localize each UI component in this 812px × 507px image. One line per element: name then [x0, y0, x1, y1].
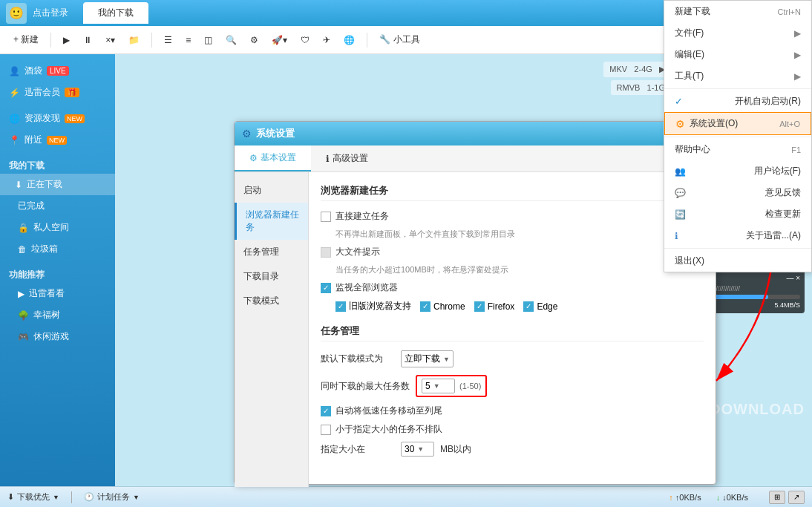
play-button[interactable]: ▶ — [59, 33, 74, 48]
app-window: 🙂 点击登录 我的下载 🔍 狼少年 — □ × + 新建 ▶ ⏸ ×▾ 📁 ☰ … — [0, 0, 812, 507]
browser-button[interactable]: 🌐 — [339, 33, 359, 48]
menu-item-forum[interactable]: 👥 用户论坛(F) — [664, 160, 811, 182]
sidebar-item-trash[interactable]: 🗑 垃圾箱 — [0, 238, 115, 260]
menu-item-update[interactable]: 🔄 检查更新 — [664, 203, 811, 225]
menu-label-feedback: 意见反馈 — [765, 186, 801, 199]
dropdown-arrow-1: ▼ — [443, 356, 450, 363]
schedule-icon: 🕐 — [84, 492, 94, 502]
copy-button[interactable]: ◫ — [200, 33, 217, 48]
menu-shortcut-settings: Alt+O — [779, 120, 800, 128]
checkbox-firefox[interactable]: ✓ — [474, 301, 485, 312]
download-priority-button[interactable]: ⬇ 下载优先 ▼ — [7, 491, 59, 503]
speed-limit-button[interactable]: 🚀▾ — [267, 33, 292, 48]
label-no-queue: 小于指定大小的任务不排队 — [335, 423, 442, 436]
checkbox-monitor-all[interactable]: ✓ — [321, 283, 331, 293]
menu-item-autostart[interactable]: ✓ 开机自动启动(R) — [664, 91, 811, 112]
upload-arrow-icon: ↑ — [669, 493, 673, 502]
about-icon: ℹ — [675, 231, 678, 241]
sidebar-item-member[interactable]: ⚡ 迅雷会员 🎁 — [0, 82, 115, 103]
sidebar: 👤 酒袋 LIVE ⚡ 迅雷会员 🎁 🌐 资源发现 NEW 📍 附近 NEW — [0, 54, 115, 507]
nav-task-manager[interactable]: 任务管理 — [235, 240, 308, 264]
jiudai-label: 酒袋 — [24, 65, 42, 77]
tool-button[interactable]: 🔧 小工具 — [375, 31, 424, 48]
login-button[interactable]: 点击登录 — [33, 7, 68, 19]
menu-label-exit: 退出(X) — [675, 255, 704, 267]
nearby-label: 附近 — [24, 134, 42, 146]
size-select[interactable]: 30 ▼ — [401, 442, 434, 457]
schedule-label: 计划任务 — [97, 491, 130, 503]
max-tasks-select[interactable]: 5 ▼ — [422, 379, 455, 393]
menu-label-settings: 系统设置(O) — [690, 117, 738, 130]
checkbox-chrome[interactable]: ✓ — [420, 301, 430, 312]
sidebar-item-downloading[interactable]: ⬇ 正在下载 — [0, 174, 115, 195]
games-label: 休闲游戏 — [33, 330, 69, 343]
max-tasks-label: 同时下载的最大任务数 — [321, 380, 410, 393]
resource-icon: 🌐 — [9, 114, 20, 124]
tab-advanced-settings[interactable]: ℹ 高级设置 — [311, 145, 383, 171]
sub-direct-create: 不再弹出新建面板，单个文件直接下载到常用目录 — [321, 229, 704, 240]
search-button[interactable]: 🔍 — [221, 33, 241, 48]
checkbox-large-file[interactable] — [321, 247, 331, 258]
menu-shortcut-help: F1 — [791, 145, 801, 154]
default-mode-select[interactable]: 立即下载 ▼ — [401, 350, 454, 367]
virus-button[interactable]: 🛡 — [296, 33, 314, 48]
nav-startup[interactable]: 启动 — [235, 178, 308, 203]
menu-item-about[interactable]: ℹ 关于迅雷...(A) — [664, 225, 811, 246]
delete-button[interactable]: ×▾ — [101, 33, 119, 48]
sidebar-item-watch[interactable]: ▶ 迅雷看看 — [0, 283, 115, 304]
forum-icon: 👥 — [675, 166, 686, 177]
label-edge: Edge — [537, 301, 557, 312]
sidebar-item-nearby[interactable]: 📍 附近 NEW — [0, 129, 115, 151]
bottom-grid-button[interactable]: ⊞ — [769, 491, 785, 504]
sidebar-item-done[interactable]: 已完成 — [0, 195, 115, 217]
sidebar-item-games[interactable]: 🎮 休闲游戏 — [0, 326, 115, 347]
nav-download-mode[interactable]: 下载模式 — [235, 289, 308, 313]
size-unit: MB以内 — [440, 443, 471, 456]
label-old-browser: 旧版浏览器支持 — [349, 300, 411, 313]
dropdown-arrow-3: ▼ — [417, 445, 424, 453]
schedule-button[interactable]: 🕐 计划任务 ▼ — [84, 491, 140, 503]
menu-item-exit[interactable]: 退出(X) — [664, 250, 811, 272]
checkbox-edge[interactable]: ✓ — [523, 301, 534, 312]
pause-button[interactable]: ⏸ — [79, 33, 96, 48]
menu-item-feedback[interactable]: 💬 意见反馈 — [664, 182, 811, 203]
download-priority-label: 下载优先 — [17, 491, 50, 503]
sidebar-item-resource[interactable]: 🌐 资源发现 NEW — [0, 108, 115, 129]
detail-view-button[interactable]: ≡ — [181, 33, 195, 48]
sidebar-item-private[interactable]: 🔒 私人空间 — [0, 217, 115, 238]
arrow-icon-file: ▶ — [794, 28, 801, 39]
menu-item-edit[interactable]: 编辑(E) ▶ — [664, 44, 811, 65]
sidebar-item-tree[interactable]: 🌳 幸福树 — [0, 304, 115, 326]
menu-label-edit: 编辑(E) — [675, 48, 704, 61]
checkbox-auto-move[interactable]: ✓ — [321, 406, 331, 416]
checkbox-old-browser[interactable]: ✓ — [335, 301, 346, 312]
settings-button[interactable]: ⚙ — [246, 33, 263, 48]
private-icon: 🔒 — [18, 223, 29, 233]
sidebar-item-jiudai[interactable]: 👤 酒袋 LIVE — [0, 60, 115, 82]
nav-browser-new-task[interactable]: 浏览器新建任务 — [235, 203, 308, 240]
browser-check-old: ✓ 旧版浏览器支持 — [335, 300, 411, 313]
my-download-tab[interactable]: 我的下载 — [83, 2, 148, 24]
feedback-icon: 💬 — [675, 188, 686, 198]
menu-item-file[interactable]: 文件(F) ▶ — [664, 22, 811, 44]
tab-basic-settings[interactable]: ⚙ 基本设置 — [235, 145, 311, 171]
checkbox-no-queue[interactable] — [321, 425, 331, 435]
menu-item-new-download[interactable]: 新建下载 Ctrl+N — [664, 1, 811, 22]
menu-item-tools[interactable]: 工具(T) ▶ — [664, 65, 811, 87]
arrow-icon-edit: ▶ — [794, 50, 801, 60]
menu-item-help[interactable]: 帮助中心 F1 — [664, 139, 811, 160]
download-speed-value: ↓0KB/s — [722, 493, 748, 502]
menu-item-settings[interactable]: ⚙ 系统设置(O) Alt+O — [664, 112, 811, 135]
new-button[interactable]: + 新建 — [9, 31, 43, 48]
new-badge-resource: NEW — [65, 114, 85, 123]
bottom-expand-button[interactable]: ↗ — [788, 491, 805, 504]
folder-button[interactable]: 📁 — [124, 33, 144, 48]
fly-button[interactable]: ✈ — [318, 33, 335, 48]
list-view-button[interactable]: ☰ — [160, 33, 177, 48]
download-priority-icon: ⬇ — [7, 492, 14, 502]
nav-download-dir[interactable]: 下载目录 — [235, 264, 308, 289]
menu-label-autostart: 开机自动启动(R) — [735, 95, 801, 108]
checkmark-icon: ✓ — [675, 96, 683, 107]
checkbox-direct-create[interactable] — [321, 212, 331, 222]
max-tasks-row: 同时下载的最大任务数 5 ▼ (1-50) — [321, 375, 704, 397]
